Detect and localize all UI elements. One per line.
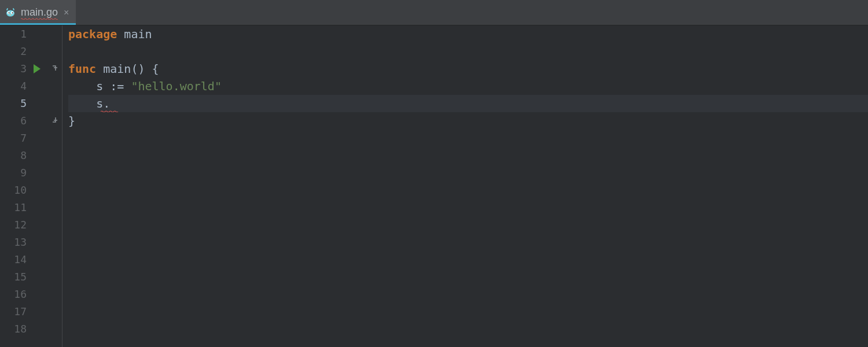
svg-point-4 [12, 12, 13, 13]
var-s: s [96, 79, 103, 93]
line-number[interactable]: 18 [0, 320, 27, 338]
line-number[interactable]: 12 [0, 216, 27, 234]
go-file-icon [5, 7, 16, 19]
short-assign: := [103, 79, 131, 93]
code-line[interactable]: s. [68, 95, 868, 112]
code-line[interactable] [68, 164, 868, 182]
line-number[interactable]: 5 [0, 95, 27, 112]
func-signature: () { [131, 62, 159, 76]
line-number[interactable]: 2 [0, 43, 27, 60]
line-number-gutter[interactable]: 1 2 3 4 5 6 7 8 9 10 11 12 13 14 15 16 1… [0, 25, 30, 347]
fold-gutter [50, 25, 62, 347]
line-number[interactable]: 6 [0, 112, 27, 130]
code-line[interactable] [68, 147, 868, 164]
indent [68, 97, 96, 110]
code-line[interactable] [68, 286, 868, 303]
line-number[interactable]: 3 [0, 60, 27, 77]
closing-brace: } [68, 114, 75, 128]
code-editor[interactable]: 1 2 3 4 5 6 7 8 9 10 11 12 13 14 15 16 1… [0, 25, 868, 347]
code-line[interactable]: s := "hello.world" [68, 77, 868, 95]
line-number[interactable]: 14 [0, 251, 27, 268]
code-line[interactable] [68, 182, 868, 199]
dot: . [103, 97, 110, 110]
close-tab-icon[interactable]: × [62, 7, 70, 19]
indent [68, 79, 96, 93]
line-number[interactable]: 10 [0, 182, 27, 199]
line-number[interactable]: 15 [0, 268, 27, 286]
string-literal: "hello.world" [131, 79, 222, 93]
code-line[interactable]: } [68, 112, 868, 130]
code-area[interactable]: package main func main() { s := "hello.w… [62, 25, 868, 347]
error-underline-icon [21, 18, 58, 20]
line-number[interactable]: 4 [0, 77, 27, 95]
run-gutter [30, 25, 50, 347]
line-number[interactable]: 8 [0, 147, 27, 164]
var-s: s [96, 97, 103, 110]
code-line[interactable] [68, 234, 868, 251]
tab-filename: main.go [21, 6, 58, 19]
code-line[interactable] [68, 43, 868, 60]
svg-rect-5 [10, 14, 12, 16]
fold-close-icon[interactable] [52, 117, 59, 124]
package-name: main [124, 27, 152, 41]
func-name: main [103, 62, 131, 76]
line-number[interactable]: 9 [0, 164, 27, 182]
code-line[interactable] [68, 303, 868, 320]
code-line[interactable] [68, 199, 868, 216]
code-line[interactable] [68, 268, 868, 286]
keyword-func: func [68, 62, 96, 76]
error-token: . [103, 95, 110, 112]
error-underline-icon [101, 110, 118, 112]
code-line[interactable] [68, 320, 868, 338]
line-number[interactable]: 1 [0, 25, 27, 43]
line-number[interactable]: 16 [0, 286, 27, 303]
code-line[interactable] [68, 130, 868, 147]
code-line[interactable]: package main [68, 25, 868, 43]
tab-main-go[interactable]: main.go × [0, 0, 76, 25]
svg-point-3 [9, 12, 10, 13]
tab-filename-text: main.go [21, 6, 58, 18]
code-line[interactable] [68, 216, 868, 234]
line-number[interactable]: 13 [0, 234, 27, 251]
fold-open-icon[interactable] [52, 65, 59, 72]
line-number[interactable]: 11 [0, 199, 27, 216]
code-line[interactable] [68, 251, 868, 268]
run-main-icon[interactable] [34, 64, 41, 73]
keyword-package: package [68, 27, 117, 41]
active-tab-underline [0, 23, 76, 25]
code-line[interactable]: func main() { [68, 60, 868, 77]
line-number[interactable]: 17 [0, 303, 27, 320]
line-number[interactable]: 7 [0, 130, 27, 147]
tab-bar: main.go × [0, 0, 868, 25]
